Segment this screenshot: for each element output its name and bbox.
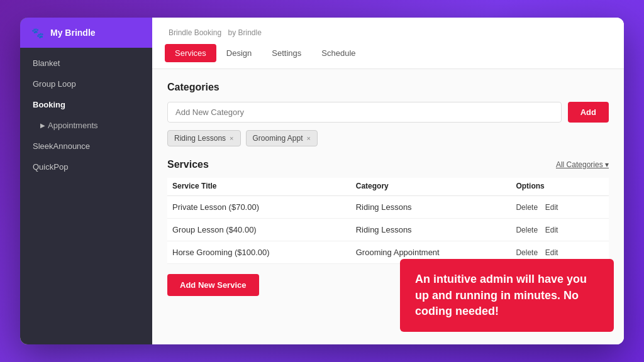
tab-bar: Services Design Settings Schedule [165,44,611,62]
add-new-service-button[interactable]: Add New Service [167,274,259,296]
col-service-title: Service Title [167,178,351,196]
remove-grooming-appt-icon[interactable]: × [307,134,311,142]
category-tag-riding-lessons[interactable]: Riding Lessons × [167,130,241,146]
categories-row: Riding Lessons × Grooming Appt × [167,130,609,146]
service-options-2: Delete Edit [511,219,609,241]
sidebar-item-sleek-announce[interactable]: SleekAnnounce [20,136,152,156]
tab-design[interactable]: Design [216,44,262,62]
col-options: Options [511,178,609,196]
sidebar: 🐾 My Brindle Blanket Group Loop Booking … [20,18,152,344]
tab-schedule[interactable]: Schedule [311,44,365,62]
add-category-button[interactable]: Add [568,102,609,123]
delete-link-3[interactable]: Delete [516,248,538,257]
service-category-1: Riding Lessons [351,196,511,219]
col-category: Category [351,178,511,196]
services-table: Service Title Category Options Private L… [167,178,609,264]
service-title-3: Horse Grooming ($100.00) [167,241,351,264]
remove-riding-lessons-icon[interactable]: × [230,134,233,142]
brand-icon: 🐾 [30,25,45,40]
sidebar-item-booking[interactable]: Booking [20,94,152,115]
service-options-1: Delete Edit [511,196,609,219]
app-header: Brindle Booking by Brindle Services Desi… [152,18,624,69]
sidebar-item-appointments[interactable]: ▶ Appointments [20,115,152,136]
add-category-row: Add [167,102,609,123]
arrow-icon: ▶ [40,122,45,129]
promo-text: An intuitive admin will have you up and … [415,273,587,317]
edit-link-1[interactable]: Edit [545,203,558,212]
sidebar-item-blanket[interactable]: Blanket [20,53,152,74]
brand-label: My Brindle [50,28,96,38]
tab-settings[interactable]: Settings [262,44,311,62]
service-title-2: Group Lesson ($40.00) [167,219,351,241]
tab-services[interactable]: Services [165,44,216,62]
services-header: Services All Categories ▾ [167,159,609,170]
table-row: Private Lesson ($70.00) Riding Lessons D… [167,196,609,219]
services-title: Services [167,159,209,170]
edit-link-3[interactable]: Edit [545,248,558,257]
delete-link-2[interactable]: Delete [516,226,538,234]
category-tag-grooming-appt[interactable]: Grooming Appt × [246,130,318,146]
service-category-2: Riding Lessons [351,219,511,241]
table-row: Group Lesson ($40.00) Riding Lessons Del… [167,219,609,241]
all-categories-filter[interactable]: All Categories ▾ [556,160,609,169]
sidebar-nav: Blanket Group Loop Booking ▶ Appointment… [20,48,152,344]
categories-title: Categories [167,82,609,93]
delete-link-1[interactable]: Delete [516,203,538,212]
sidebar-item-group-loop[interactable]: Group Loop [20,74,152,94]
service-title-1: Private Lesson ($70.00) [167,196,351,219]
sidebar-item-quickpop[interactable]: QuickPop [20,156,152,177]
sidebar-brand[interactable]: 🐾 My Brindle [20,18,152,48]
app-title: Brindle Booking by Brindle [165,26,611,38]
promo-box: An intuitive admin will have you up and … [400,259,614,332]
edit-link-2[interactable]: Edit [545,226,558,234]
add-category-input[interactable] [167,102,562,123]
